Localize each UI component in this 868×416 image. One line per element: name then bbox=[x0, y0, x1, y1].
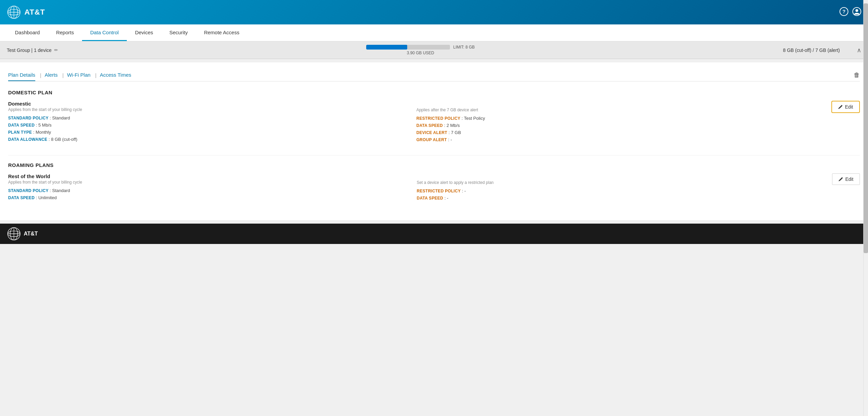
roaming-data-speed-value: : Unlimited bbox=[36, 195, 57, 200]
domestic-device-alert-key: DEVICE ALERT bbox=[416, 130, 447, 135]
domestic-data-speed-key: DATA SPEED bbox=[8, 123, 35, 128]
progress-bar-container: LIMIT: 8 GB bbox=[366, 45, 475, 50]
roaming-plan-header: ROAMING PLANS bbox=[8, 162, 860, 168]
header: AT&T ? bbox=[0, 0, 868, 24]
domestic-data-speed-right: DATA SPEED : 2 Mb/s bbox=[416, 123, 825, 128]
tab-alerts[interactable]: Alerts bbox=[45, 69, 58, 81]
roaming-standard-policy-key: STANDARD POLICY bbox=[8, 188, 48, 193]
tab-access-times[interactable]: Access Times bbox=[100, 69, 131, 81]
progress-bar-fill bbox=[366, 45, 407, 50]
domestic-data-allowance-value: : 8 GB (cut-off) bbox=[48, 137, 77, 142]
roaming-edit-pencil-icon bbox=[839, 177, 843, 182]
scroll-thumb[interactable] bbox=[864, 3, 868, 253]
roaming-data-speed-right: DATA SPEED : - bbox=[417, 195, 825, 201]
domestic-plan-type-key: PLAN TYPE bbox=[8, 130, 32, 135]
domestic-plan-type: PLAN TYPE : Monthly bbox=[8, 130, 416, 135]
sub-tabs: Plan Details | Alerts | Wi-Fi Plan | Acc… bbox=[8, 69, 860, 81]
logo-text: AT&T bbox=[24, 8, 45, 17]
roaming-restricted-policy-value: : - bbox=[462, 188, 466, 193]
domestic-edit-button[interactable]: Edit bbox=[831, 101, 860, 113]
group-name: Test Group | 1 device ✏ bbox=[7, 48, 58, 53]
nav-item-dashboard[interactable]: Dashboard bbox=[7, 24, 48, 41]
tab-wifi-plan[interactable]: Wi-Fi Plan bbox=[67, 69, 91, 81]
roaming-alert-subtitle: Set a device alert to apply a restricted… bbox=[417, 180, 825, 185]
domestic-data-speed-value: : 5 Mb/s bbox=[36, 122, 52, 128]
domestic-plan-title: Domestic bbox=[8, 101, 416, 107]
logo-area: AT&T bbox=[7, 5, 45, 19]
tab-divider-2: | bbox=[62, 73, 64, 78]
roaming-data-speed: DATA SPEED : Unlimited bbox=[8, 195, 417, 200]
nav-item-remote-access[interactable]: Remote Access bbox=[196, 24, 248, 41]
limit-label: LIMIT: 8 GB bbox=[453, 45, 475, 50]
sub-tabs-right: 🗑 bbox=[854, 72, 860, 79]
nav-bar: Dashboard Reports Data Control Devices S… bbox=[0, 24, 868, 41]
domestic-standard-policy-key: STANDARD POLICY bbox=[8, 116, 48, 120]
progress-bar-track bbox=[366, 45, 450, 50]
domestic-restricted-policy-value: : Test Policy bbox=[461, 116, 485, 121]
nav-item-data-control[interactable]: Data Control bbox=[82, 24, 127, 41]
section-divider bbox=[8, 155, 860, 155]
used-label: 3.90 GB USED bbox=[407, 51, 434, 55]
tab-plan-details[interactable]: Plan Details bbox=[8, 69, 35, 81]
roaming-data-speed-right-key: DATA SPEED bbox=[417, 196, 443, 201]
domestic-device-alert-value: : 7 GB bbox=[449, 130, 461, 135]
domestic-plan-right: Applies after the 7 GB device alert REST… bbox=[416, 101, 825, 144]
main-content: Plan Details | Alerts | Wi-Fi Plan | Acc… bbox=[0, 62, 868, 220]
domestic-plan-left: Domestic Applies from the start of your … bbox=[8, 101, 416, 144]
domestic-plan-type-value: : Monthly bbox=[33, 130, 51, 135]
domestic-restricted-policy: RESTRICTED POLICY : Test Policy bbox=[416, 116, 825, 121]
roaming-plan-row: Rest of the World Applies from the start… bbox=[8, 173, 860, 203]
domestic-data-speed: DATA SPEED : 5 Mb/s bbox=[8, 122, 416, 128]
help-button[interactable]: ? bbox=[840, 7, 848, 17]
scrollbar[interactable] bbox=[863, 0, 868, 416]
domestic-data-allowance-key: DATA ALLOWANCE bbox=[8, 137, 47, 142]
nav-item-devices[interactable]: Devices bbox=[127, 24, 161, 41]
nav-item-security[interactable]: Security bbox=[161, 24, 196, 41]
edit-pencil-icon bbox=[838, 105, 843, 109]
domestic-standard-policy-value: : Standard bbox=[50, 115, 70, 120]
roaming-edit-button[interactable]: Edit bbox=[832, 173, 860, 185]
roaming-plan-title: Rest of the World bbox=[8, 173, 417, 179]
domestic-plan-subtitle: Applies from the start of your billing c… bbox=[8, 107, 416, 112]
roaming-restricted-policy-key: RESTRICTED POLICY bbox=[417, 189, 461, 193]
domestic-edit-label: Edit bbox=[845, 104, 853, 110]
domestic-data-speed-right-value: : 2 Mb/s bbox=[444, 123, 460, 128]
group-edit-icon[interactable]: ✏ bbox=[54, 48, 58, 53]
footer-logo: AT&T bbox=[7, 227, 38, 241]
domestic-plan-row: Domestic Applies from the start of your … bbox=[8, 101, 860, 144]
svg-text:?: ? bbox=[842, 8, 845, 14]
roaming-restricted-policy: RESTRICTED POLICY : - bbox=[417, 188, 825, 193]
att-globe-icon bbox=[7, 5, 21, 19]
roaming-plan-right: Set a device alert to apply a restricted… bbox=[417, 173, 825, 203]
domestic-alert-subtitle: Applies after the 7 GB device alert bbox=[416, 108, 825, 112]
footer-logo-text: AT&T bbox=[24, 231, 38, 237]
domestic-data-allowance: DATA ALLOWANCE : 8 GB (cut-off) bbox=[8, 137, 416, 142]
roaming-standard-policy: STANDARD POLICY : Standard bbox=[8, 188, 417, 193]
svg-point-8 bbox=[855, 9, 858, 12]
domestic-group-alert-key: GROUP ALERT bbox=[416, 137, 447, 142]
roaming-data-speed-key: DATA SPEED bbox=[8, 195, 35, 200]
group-name-label: Test Group | 1 device bbox=[7, 48, 52, 53]
collapse-button[interactable]: ∧ bbox=[857, 46, 861, 54]
domestic-plan-header: DOMESTIC PLAN bbox=[8, 90, 860, 95]
roaming-plan-subtitle: Applies from the start of your billing c… bbox=[8, 180, 417, 185]
tab-divider-1: | bbox=[40, 73, 41, 78]
group-bar: Test Group | 1 device ✏ LIMIT: 8 GB 3.90… bbox=[0, 41, 868, 59]
tab-divider-3: | bbox=[95, 73, 97, 78]
roaming-standard-policy-value: : Standard bbox=[50, 188, 70, 193]
domestic-restricted-policy-key: RESTRICTED POLICY bbox=[416, 116, 460, 121]
roaming-plan-left: Rest of the World Applies from the start… bbox=[8, 173, 417, 202]
domestic-device-alert: DEVICE ALERT : 7 GB bbox=[416, 130, 825, 135]
domestic-standard-policy: STANDARD POLICY : Standard bbox=[8, 115, 416, 120]
header-icons: ? bbox=[840, 7, 861, 17]
domestic-group-alert-value: : - bbox=[448, 137, 452, 142]
roaming-edit-label: Edit bbox=[845, 176, 853, 182]
domestic-data-speed-right-key: DATA SPEED bbox=[416, 123, 443, 128]
progress-section: LIMIT: 8 GB 3.90 GB USED bbox=[65, 45, 776, 55]
delete-button[interactable]: 🗑 bbox=[854, 72, 860, 79]
user-button[interactable] bbox=[852, 7, 861, 17]
cutoff-info: 8 GB (cut-off) / 7 GB (alert) bbox=[783, 48, 840, 53]
nav-item-reports[interactable]: Reports bbox=[48, 24, 82, 41]
footer-globe-icon bbox=[7, 227, 21, 241]
footer: AT&T bbox=[0, 224, 868, 244]
